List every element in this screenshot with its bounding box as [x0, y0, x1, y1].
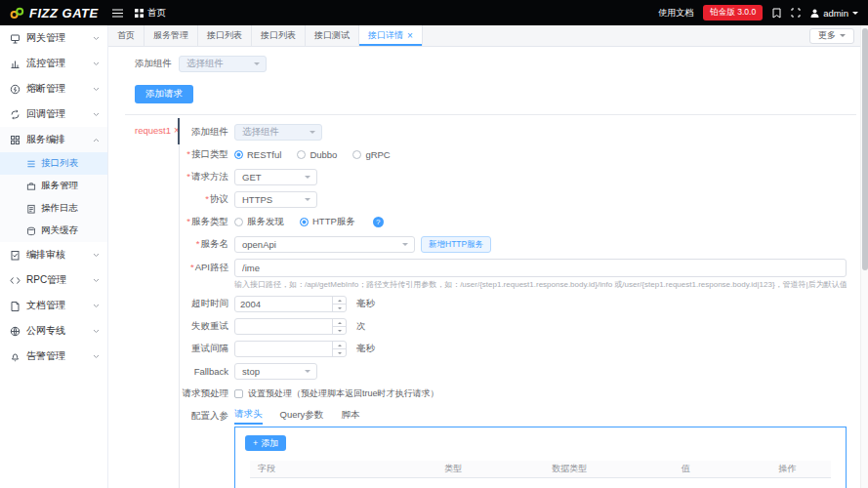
sidebar-item-label: 文档管理	[26, 299, 65, 312]
add-http-service-button[interactable]: 新增HTTP服务	[421, 236, 491, 253]
tab-label: 服务管理	[153, 29, 188, 42]
radio-dot	[234, 150, 243, 159]
request-block: request1 × 添加组件 选择组件	[135, 118, 847, 488]
radio-dot	[352, 150, 361, 159]
stepper-arrows[interactable]	[332, 342, 346, 356]
radio-service-discovery[interactable]: 服务发现	[234, 216, 284, 228]
sidebar-item-label: 网关管理	[26, 31, 65, 45]
username: admin	[823, 8, 848, 19]
service-name-value: openApi	[242, 239, 276, 250]
tab-service-mgmt[interactable]: 服务管理	[145, 25, 198, 46]
request-name: request1	[135, 125, 171, 136]
add-request-button[interactable]: 添加请求	[135, 85, 193, 103]
radio-dot	[297, 150, 306, 159]
sidebar-item-callback-mgmt[interactable]: 回调管理	[0, 102, 107, 127]
docs-link[interactable]: 使用文档	[658, 7, 693, 20]
version-badge[interactable]: 铂金版 3.0.0	[703, 5, 763, 20]
retry-interval-input[interactable]	[235, 344, 330, 354]
fallback-label: Fallback	[180, 366, 228, 377]
timeout-input[interactable]	[235, 299, 330, 309]
fullscreen-icon[interactable]	[791, 8, 801, 18]
add-param-button[interactable]: + 添加	[245, 435, 286, 451]
fallback-select[interactable]: stop	[234, 363, 317, 380]
tab-script[interactable]: 脚本	[341, 409, 359, 424]
sidebar-item-flow-mgmt[interactable]: 流控管理	[0, 51, 107, 76]
stepper-arrows[interactable]	[332, 297, 346, 311]
increase-icon[interactable]	[333, 342, 346, 349]
sidebar-collapse-icon[interactable]	[112, 9, 123, 18]
radio-restful[interactable]: RESTful	[234, 149, 281, 160]
topbar: FIZZ GATE 首页 使用文档 铂金版 3.0.0 admin	[0, 0, 868, 25]
sidebar-item-gateway-cache[interactable]: 网关缓存	[0, 220, 107, 242]
sidebar-item-public-line[interactable]: 公网专线	[0, 318, 107, 344]
stepper-arrows[interactable]	[332, 319, 346, 334]
preprocess-checkbox[interactable]: 设置预处理（预处理脚本返回true时才执行请求）	[234, 387, 439, 400]
service-name-select[interactable]: openApi	[234, 236, 415, 253]
sidebar-item-gateway-mgmt[interactable]: 网关管理	[0, 25, 107, 51]
user-menu[interactable]: admin	[810, 8, 858, 19]
sidebar-item-doc-mgmt[interactable]: 文档管理	[0, 293, 107, 318]
params-table: 字段 类型 数据类型 值 操作	[250, 461, 831, 478]
audit-check-icon	[10, 250, 21, 261]
increase-icon[interactable]	[333, 297, 346, 305]
briefcase-icon	[26, 182, 36, 191]
tab-interface-list-2[interactable]: 接口列表	[252, 25, 306, 46]
sidebar-item-operation-log[interactable]: 操作日志	[0, 197, 107, 220]
scrollbar-thumb[interactable]	[862, 28, 868, 270]
params-table-header-row: 字段 类型 数据类型 值 操作	[250, 461, 831, 477]
tab-query-params[interactable]: Query参数	[280, 409, 324, 424]
vertical-scrollbar[interactable]	[860, 25, 868, 488]
component-select[interactable]: 选择组件	[234, 124, 322, 141]
retry-times-input[interactable]	[235, 321, 330, 332]
tab-interface-detail[interactable]: 接口详情 ×	[359, 25, 423, 46]
grid-icon	[135, 9, 144, 18]
more-button[interactable]: 更多	[809, 28, 854, 44]
topbar-home-link[interactable]: 首页	[135, 7, 166, 20]
decrease-icon[interactable]	[333, 305, 346, 311]
add-request-label: 添加请求	[145, 88, 183, 101]
chevron-down-icon	[310, 131, 315, 137]
app-logo[interactable]: FIZZ GATE	[10, 6, 99, 20]
more-label: 更多	[818, 29, 836, 42]
service-type-group: 服务发现 HTTP服务 ?	[234, 216, 847, 228]
request-method-value: GET	[242, 172, 262, 183]
api-path-label: *API路径	[180, 262, 228, 274]
chevron-down-icon	[93, 36, 100, 41]
add-component-label: 添加组件	[135, 58, 172, 70]
interface-list-icon	[26, 159, 36, 169]
sidebar-item-service-mgmt[interactable]: 服务管理	[0, 175, 107, 197]
request-method-select[interactable]: GET	[234, 169, 317, 185]
input-config-label: 配置入参	[180, 408, 228, 423]
tab-label: 接口列表	[261, 29, 296, 42]
file-icon	[10, 301, 21, 311]
sidebar-item-label: RPC管理	[26, 273, 66, 287]
radio-http-service[interactable]: HTTP服务	[300, 216, 355, 228]
flow-chart-icon	[10, 59, 21, 69]
component-select[interactable]: 选择组件	[179, 56, 267, 72]
request-tab[interactable]: request1 ×	[135, 118, 179, 488]
sidebar-item-alert-mgmt[interactable]: 告警管理	[0, 344, 107, 369]
tab-home[interactable]: 首页	[108, 25, 145, 46]
decrease-icon[interactable]	[333, 349, 346, 356]
increase-icon[interactable]	[333, 319, 346, 327]
radio-dubbo[interactable]: Dubbo	[297, 149, 337, 160]
sidebar-item-rpc-mgmt[interactable]: RPC管理	[0, 267, 107, 293]
sidebar-item-orchestration-audit[interactable]: 编排审核	[0, 242, 107, 267]
decrease-icon[interactable]	[333, 327, 346, 334]
radio-grpc[interactable]: gRPC	[352, 149, 390, 160]
tab-interface-test[interactable]: 接口测试	[306, 25, 359, 46]
help-icon[interactable]: ?	[373, 217, 384, 227]
tab-request-headers[interactable]: 请求头	[234, 408, 263, 425]
chevron-down-icon	[93, 87, 100, 92]
sidebar-item-circuit-mgmt[interactable]: 熔断管理	[0, 76, 107, 102]
bookmark-icon[interactable]	[772, 8, 781, 19]
chevron-down-icon	[305, 176, 310, 182]
sidebar-item-service-orchestration[interactable]: 服务编排	[0, 127, 107, 152]
api-path-input[interactable]	[234, 259, 847, 277]
retry-times-unit: 次	[356, 320, 366, 333]
protocol-select[interactable]: HTTPS	[234, 191, 317, 208]
api-path-help: 输入接口路径，如：/api/getMebInfo；路径支持传引用参数，如：/us…	[234, 280, 847, 290]
sidebar-item-interface-list[interactable]: 接口列表	[0, 152, 107, 175]
tab-interface-list-1[interactable]: 接口列表	[198, 25, 252, 46]
close-icon[interactable]: ×	[407, 31, 413, 41]
